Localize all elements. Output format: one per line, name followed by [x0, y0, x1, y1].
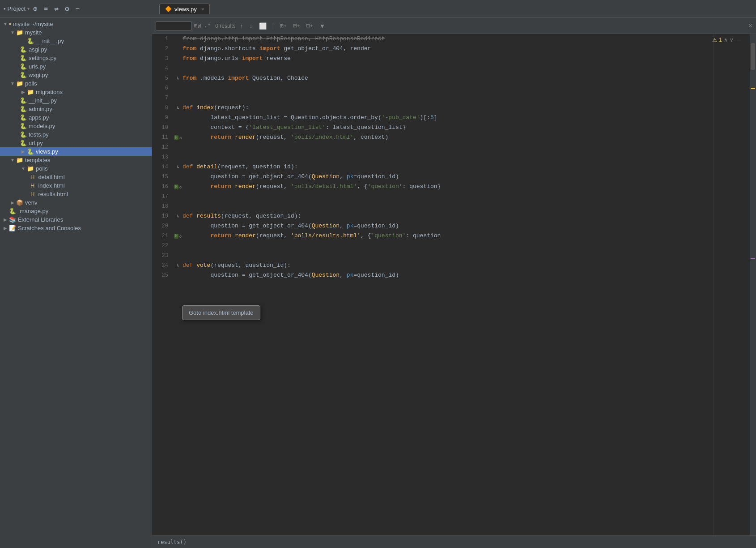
folder-icon-polls: 📁 [16, 80, 23, 87]
search-regex-icon[interactable]: .* [204, 22, 211, 29]
line-number-25: 25 [152, 270, 174, 280]
sidebar-item-templates[interactable]: ▼ 📁 templates [0, 156, 152, 164]
scroll-warning-marker [751, 88, 755, 89]
sidebar-item-asgi[interactable]: 🐍 asgi.py [0, 45, 152, 54]
sidebar-item-tests[interactable]: 🐍 tests.py [0, 130, 152, 139]
sidebar-item-scratches[interactable]: ▶ 📝 Scratches and Consoles [0, 224, 152, 232]
sidebar-item-external-libs[interactable]: ▶ 📚 External Libraries [0, 215, 152, 224]
line-number-18: 18 [152, 201, 174, 211]
sidebar-label-polls: polls [25, 80, 37, 87]
project-dropdown[interactable]: ▪ Project ▾ [4, 5, 30, 12]
search-options-button[interactable]: ⊟+ [291, 22, 302, 30]
sidebar-label-index: index.html [38, 182, 64, 189]
locate-icon[interactable]: ⊕ [33, 4, 38, 13]
collapse-all-icon[interactable]: ⇌ [54, 4, 59, 13]
sidebar-item-polls-tmpl[interactable]: ▼ 📁 polls [0, 164, 152, 173]
sidebar-item-apps[interactable]: 🐍 apps.py [0, 113, 152, 122]
search-input[interactable] [156, 21, 191, 30]
scroll-thumb[interactable] [751, 43, 755, 70]
line-number-8: 8 [152, 103, 174, 113]
sidebar-item-root[interactable]: ▼ ▪ mysite ~/mysite [0, 20, 152, 28]
search-in-selection-button[interactable]: ⬜ [257, 21, 268, 30]
code-line-15: 15 question = get_object_or_404(Question… [152, 172, 750, 182]
divider: | [271, 22, 276, 30]
sidebar-item-mysite-inner[interactable]: ▼ 📁 mysite [0, 28, 152, 37]
sidebar-label-init-inner: __init__.py [36, 38, 64, 44]
search-close-button[interactable]: × [748, 22, 752, 30]
tab-close-button[interactable]: × [201, 6, 204, 12]
folder-icon-polls-tmpl: 📁 [27, 165, 34, 172]
line-number-13: 13 [152, 152, 174, 162]
line-content-21: return render(request, 'polls/results.ht… [183, 231, 750, 241]
line-number-17: 17 [152, 192, 174, 201]
arrow-migrations: ▶ [20, 90, 27, 94]
sidebar-item-admin[interactable]: 🐍 admin.py [0, 105, 152, 113]
sidebar-item-views[interactable]: ▶ 🐍 views.py [0, 147, 152, 156]
line-number-19: 19 [152, 211, 174, 221]
sidebar-label-polls-tmpl: polls [36, 165, 48, 172]
status-bar: results() [152, 535, 756, 548]
gutter-14: ↳ [174, 164, 183, 170]
settings-icon[interactable]: ⚙ [65, 4, 69, 13]
search-preserve-case-button[interactable]: ⊡+ [304, 22, 314, 30]
code-line-18: 18 [152, 201, 750, 211]
html-icon-detail: H [30, 174, 34, 180]
scrollbar[interactable] [750, 34, 756, 535]
gutter-arrow-8: ↳ [177, 105, 179, 111]
gutter-21: H ◇ [174, 234, 183, 239]
sidebar-item-index-html[interactable]: H index.html [0, 181, 152, 190]
sidebar-label-mysite: mysite [25, 29, 42, 36]
sidebar-item-migrations[interactable]: ▶ 📁 migrations [0, 88, 152, 96]
sidebar-item-wsgi[interactable]: 🐍 wsgi.py [0, 71, 152, 79]
sidebar-label-venv: venv [25, 199, 37, 206]
search-prev-button[interactable]: ↑ [238, 21, 245, 30]
sidebar-label-templates: templates [25, 157, 50, 163]
search-filter-button[interactable]: ▼ [318, 21, 327, 30]
arrow-templates: ▼ [9, 158, 16, 163]
sidebar-item-venv[interactable]: ▶ 📦 venv [0, 198, 152, 207]
code-area[interactable]: ⚠ 1 ∧ ∨ — 1 from django.http import Http… [152, 34, 750, 535]
title-bar-left: ▪ Project ▾ ⊕ ≡ ⇌ ⚙ − [4, 4, 156, 13]
sidebar-item-urls[interactable]: 🐍 urls.py [0, 62, 152, 71]
tab-views-py[interactable]: 🔶 views.py × [159, 4, 210, 14]
code-line-2: 2 from django.shortcuts import get_objec… [152, 44, 750, 54]
code-line-19: 19 ↳ def results(request, question_id): [152, 211, 750, 221]
code-line-22: 22 [152, 241, 750, 251]
folder-icon-migrations: 📁 [27, 89, 34, 95]
line-content-15: question = get_object_or_404(Question, p… [183, 172, 750, 182]
tooltip-text: Goto index.html template [189, 309, 254, 316]
sidebar-item-manage[interactable]: 🐍 manage.py [0, 207, 152, 215]
sidebar-item-settings[interactable]: 🐍 settings.py [0, 54, 152, 62]
search-case-sensitive-icon[interactable]: ⊞W [194, 22, 201, 30]
sidebar-item-detail-html[interactable]: H detail.html [0, 173, 152, 181]
hide-icon[interactable]: − [76, 5, 80, 13]
search-next-button[interactable]: ↓ [248, 21, 255, 30]
gutter-arrow-16: ◇ [179, 184, 182, 190]
line-content-2: from django.shortcuts import get_object_… [183, 44, 750, 54]
sidebar-label-urls: urls.py [29, 63, 46, 70]
sidebar-item-init-polls[interactable]: 🐍 __init__.py [0, 96, 152, 105]
sidebar-item-url[interactable]: 🐍 url.py [0, 139, 152, 147]
tooltip-goto-template[interactable]: Goto index.html template [182, 305, 260, 320]
arrow-icon: ▼ [2, 21, 9, 26]
code-line-8: 8 ↳ def index(request): [152, 103, 750, 113]
sidebar-item-init-inner[interactable]: 🐍 __init__.py [0, 37, 152, 45]
code-line-17: 17 [152, 192, 750, 201]
arrow-scratch: ▶ [2, 226, 9, 231]
sidebar-item-polls[interactable]: ▼ 📁 polls [0, 79, 152, 88]
py-icon-admin: 🐍 [20, 106, 27, 112]
code-line-25: 25 question = get_object_or_404(Question… [152, 270, 750, 280]
search-multiline-button[interactable]: ⊞+ [278, 22, 288, 30]
scroll-from-source-icon[interactable]: ≡ [44, 5, 48, 13]
sidebar-item-models[interactable]: 🐍 models.py [0, 122, 152, 130]
sidebar-label-settings: settings.py [29, 55, 56, 61]
sidebar-item-results-html[interactable]: H results.html [0, 190, 152, 198]
line-content-19: def results(request, question_id): [183, 211, 750, 221]
line-number-4: 4 [152, 64, 174, 73]
line-content-8: def index(request): [183, 103, 750, 113]
code-line-21: 21 H ◇ return render(request, 'polls/res… [152, 231, 750, 241]
line-content-16: return render(request, 'polls/detail.htm… [183, 182, 750, 192]
sidebar-label-views: views.py [36, 148, 58, 155]
arrow-polls-tmpl: ▼ [20, 166, 27, 171]
py-icon-asgi: 🐍 [20, 46, 27, 53]
